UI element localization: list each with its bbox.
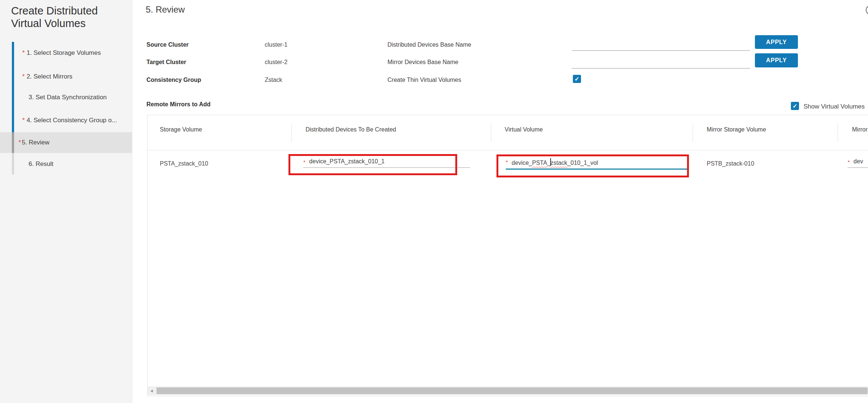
required-asterisk: * — [22, 117, 25, 124]
sidebar-step-2[interactable]: * 2. Select Mirrors — [0, 66, 132, 87]
show-virtual-volumes-checkbox[interactable]: ✓ — [791, 102, 799, 110]
distributed-device-value: device_PSTA_zstack_010_1 — [309, 158, 385, 165]
mirror-device-value: dev — [854, 158, 863, 165]
scroll-left-arrow-icon[interactable]: ◄ — [148, 386, 156, 395]
cell-mirror-device-input[interactable]: * dev — [848, 158, 868, 168]
steps-progress-rail-current — [12, 132, 14, 153]
virtual-volume-value: device_PSTA_zstack_010_1_vol — [512, 158, 598, 166]
header-divider — [148, 150, 868, 150]
apply-distributed-base-button[interactable]: APPLY — [755, 35, 798, 49]
sidebar-step-4[interactable]: * 4. Select Consistency Group o... — [0, 110, 132, 131]
column-divider — [838, 123, 838, 142]
check-icon: ✓ — [574, 76, 579, 83]
mirror-base-name-input[interactable] — [572, 56, 750, 69]
cell-virtual-volume-input-focused[interactable]: * device_PSTA_zstack_010_1_vol — [506, 158, 687, 170]
mirror-base-name-label: Mirror Devices Base Name — [387, 59, 458, 66]
column-header-virtual-volume: Virtual Volume — [505, 126, 543, 133]
sidebar-step-3[interactable]: 3. Set Data Synchronization — [0, 87, 132, 108]
help-icon[interactable] — [866, 5, 868, 15]
step-label: 3. Set Data Synchronization — [29, 94, 107, 101]
page-title: 5. Review — [146, 4, 185, 15]
sidebar-step-1[interactable]: * 1. Select Storage Volumes — [0, 43, 132, 63]
thin-virtual-volumes-checkbox[interactable]: ✓ — [573, 75, 581, 83]
required-asterisk: * — [22, 73, 25, 80]
sidebar-step-6[interactable]: 6. Result — [0, 154, 132, 174]
column-header-distributed-devices: Distributed Devices To Be Created — [306, 126, 396, 133]
table-horizontal-scrollbar[interactable]: ◄ — [148, 386, 868, 395]
required-asterisk: * — [506, 159, 508, 165]
scrollbar-thumb[interactable] — [156, 387, 868, 394]
column-header-mirror-devices: Mirror Devices To Be Created — [852, 126, 868, 133]
required-asterisk: * — [22, 49, 25, 57]
sidebar-step-5-active[interactable]: * 5. Review — [0, 132, 132, 153]
remote-mirrors-table: Storage Volume Distributed Devices To Be… — [147, 115, 868, 396]
cell-storage-volume: PSTA_zstack_010 — [160, 160, 208, 167]
spellcheck-underline: zstack — [551, 160, 567, 166]
column-divider — [291, 123, 292, 142]
remote-mirrors-section-title: Remote Mirrors to Add — [146, 101, 211, 108]
check-icon: ✓ — [792, 103, 797, 110]
required-asterisk: * — [848, 159, 850, 165]
step-label: 1. Select Storage Volumes — [27, 49, 101, 57]
column-divider — [491, 123, 491, 142]
step-label: 6. Result — [29, 160, 53, 168]
consistency-group-label: Consistency Group — [146, 77, 201, 83]
target-cluster-label: Target Cluster — [146, 59, 186, 66]
required-asterisk: * — [303, 159, 306, 165]
wizard-sidebar: Create Distributed Virtual Volumes * 1. … — [0, 0, 132, 403]
thin-virtual-volumes-label: Create Thin Virtual Volumes — [387, 77, 461, 83]
wizard-title: Create Distributed Virtual Volumes — [11, 4, 127, 30]
step-label: 5. Review — [22, 139, 50, 146]
step-label: 4. Select Consistency Group o... — [27, 117, 117, 124]
distributed-base-name-label: Distributed Devices Base Name — [387, 41, 471, 48]
target-cluster-value: cluster-2 — [265, 59, 287, 66]
show-virtual-volumes-label: Show Virtual Volumes — [803, 103, 865, 110]
step-label: 2. Select Mirrors — [27, 73, 73, 80]
cell-distributed-device-input[interactable]: * device_PSTA_zstack_010_1 — [303, 158, 470, 168]
source-cluster-value: cluster-1 — [265, 41, 287, 48]
column-header-storage-volume: Storage Volume — [160, 126, 202, 133]
apply-mirror-base-button[interactable]: APPLY — [755, 53, 798, 67]
column-header-mirror-storage-volume: Mirror Storage Volume — [707, 126, 766, 133]
source-cluster-label: Source Cluster — [146, 41, 189, 48]
cell-mirror-storage-volume: PSTB_zstack-010 — [707, 160, 754, 167]
required-asterisk: * — [19, 139, 21, 146]
spellcheck-underline: PSTA — [532, 160, 547, 166]
distributed-base-name-input[interactable] — [572, 39, 750, 51]
consistency-group-value: Zstack — [265, 77, 282, 83]
column-divider — [693, 123, 693, 142]
